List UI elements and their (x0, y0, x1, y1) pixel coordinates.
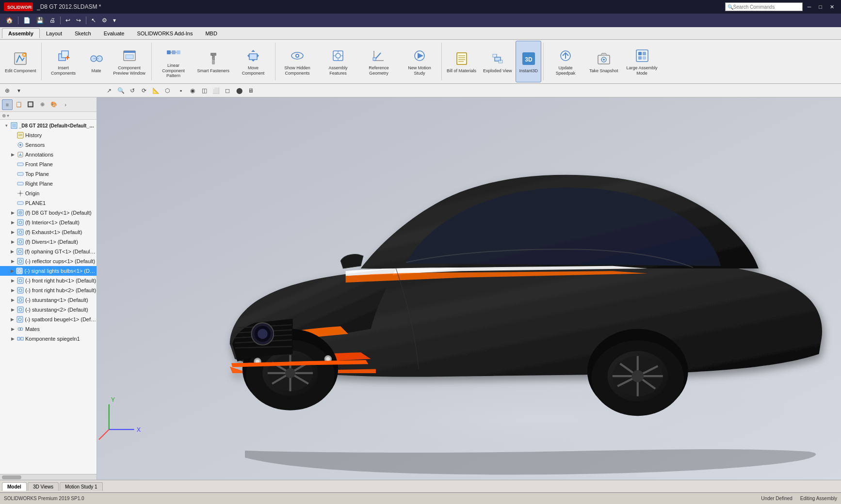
tree-item-spatbord[interactable]: ▶ (-) spatbord beugel<1> (Default) (0, 315, 97, 324)
view-tool-11[interactable]: ◻ (222, 85, 233, 96)
view-tool-13[interactable]: 🖥 (245, 85, 256, 96)
svg-rect-48 (638, 56, 642, 60)
mates-label: Mates (25, 326, 40, 332)
maximize-button[interactable]: □ (816, 3, 825, 11)
collapse-button[interactable]: ▾ (14, 85, 24, 96)
take-snapshot-button[interactable]: Take Snapshot (586, 41, 621, 82)
view-tool-3[interactable]: ↺ (127, 85, 138, 96)
svg-point-22 (296, 55, 298, 57)
tree-item-komponente[interactable]: ▶ Komponente spiegeln1 (0, 334, 97, 344)
more-tab[interactable]: › (60, 99, 71, 110)
update-speedpak-button[interactable]: Update Speedpak (546, 41, 585, 82)
view-tool-12[interactable]: ⬤ (234, 85, 244, 96)
filter-button[interactable]: ⊕ (2, 85, 13, 96)
exploded-view-button[interactable]: Exploded View (480, 41, 515, 82)
bill-of-materials-button[interactable]: Bill of Materials (444, 41, 479, 82)
appearance-tab[interactable]: 🎨 (49, 99, 59, 110)
assembly-features-button[interactable]: Assembly Features (318, 41, 358, 82)
tree-item-front-right-hub2[interactable]: ▶ (-) front right hub<2> (Default) (0, 285, 97, 295)
view-tool-9[interactable]: ◫ (199, 85, 210, 96)
reference-geometry-button[interactable]: Reference Geometry (359, 41, 399, 82)
tree-item-d8-body[interactable]: ▶ (f) D8 GT body<1> (Default) (0, 208, 97, 218)
edit-component-button[interactable]: Edit Component (2, 41, 39, 82)
tree-item-signal-lights[interactable]: ▶ (-) signal lights bulbs<1> (Default... (0, 266, 97, 276)
view-tool-5[interactable]: 📐 (150, 85, 161, 96)
tab-sketch[interactable]: Sketch (68, 28, 97, 38)
print-button[interactable]: 🖨 (48, 16, 57, 25)
tree-item-mates[interactable]: ▶ Mates (0, 324, 97, 334)
tree-item-stuurstang1[interactable]: ▶ (-) stuurstang<1> (Default) (0, 295, 97, 305)
tree-item-annotations[interactable]: ▶ A Annotations (0, 150, 97, 159)
property-tab[interactable]: 📋 (14, 99, 24, 110)
view-tool-10[interactable]: ⬜ (210, 85, 221, 96)
tree-item-sensors[interactable]: Sensors (0, 140, 97, 150)
search-input[interactable] (733, 4, 796, 10)
right-plane-expander (10, 181, 16, 187)
tree-item-reflector-cups[interactable]: ▶ (-) reflector cups<1> (Default) (0, 256, 97, 266)
smart-fasteners-button[interactable]: Smart Fasteners (194, 41, 233, 82)
minimize-button[interactable]: ─ (805, 3, 814, 11)
spatbord-expander: ▶ (10, 316, 15, 322)
component-preview-button[interactable]: Component Preview Window (110, 41, 149, 82)
tree-item-front-right-hub1[interactable]: ▶ (-) front right hub<1> (Default) (0, 276, 97, 285)
svg-point-56 (19, 144, 21, 146)
view-tool-8[interactable]: ◉ (187, 85, 198, 96)
sidebar-horizontal-scroll[interactable] (0, 474, 97, 480)
tree-item-interior[interactable]: ▶ (f) Interior<1> (Default) (0, 218, 97, 227)
tree-item-exhaust[interactable]: ▶ (f) Exhaust<1> (Default) (0, 227, 97, 237)
tab-3d-views[interactable]: 3D Views (28, 482, 59, 491)
view-tool-7[interactable]: ▪ (176, 85, 186, 96)
home-button[interactable]: 🏠 (4, 16, 15, 25)
tree-item-front-plane[interactable]: Front Plane (0, 159, 97, 169)
new-motion-study-button[interactable]: New Motion Study (400, 41, 439, 82)
tab-motion-study-1[interactable]: Motion Study 1 (60, 482, 103, 491)
view-tool-4[interactable]: ⟳ (139, 85, 149, 96)
dm-tab[interactable]: ⊕ (37, 99, 48, 110)
stuurstang1-expander: ▶ (10, 297, 16, 303)
view-tool-6[interactable]: ⬡ (162, 85, 173, 96)
new-file-button[interactable]: 📄 (21, 16, 32, 25)
instant3d-button[interactable]: 3D Instant3D (516, 41, 541, 82)
tab-solidworks-addins[interactable]: SOLIDWORKS Add-Ins (130, 28, 199, 38)
move-component-button[interactable]: Move Component (233, 41, 273, 82)
linear-pattern-button[interactable]: Linear Component Pattern (154, 41, 194, 82)
tree-item-divers[interactable]: ▶ (f) Divers<1> (Default) (0, 237, 97, 247)
view-tool-1[interactable]: ↗ (104, 85, 114, 96)
close-button[interactable]: ✕ (827, 3, 837, 11)
config-tab[interactable]: 🔲 (25, 99, 36, 110)
more-options-button[interactable]: ▾ (111, 16, 118, 25)
mate-button[interactable]: Mate (84, 41, 109, 82)
save-button[interactable]: 💾 (34, 16, 46, 25)
tree-root[interactable]: ▾ _D8 GT 2012 (Default<Default_Display (0, 121, 97, 130)
search-bar[interactable]: 🔍 (725, 2, 803, 11)
undo-button[interactable]: ↩ (64, 16, 72, 25)
insert-components-button[interactable]: Insert Components (44, 41, 83, 82)
tab-layout[interactable]: Layout (40, 28, 68, 38)
tree-item-origin[interactable]: Origin (0, 189, 97, 198)
large-assembly-button[interactable]: Large Assembly Mode (622, 41, 662, 82)
tab-assembly[interactable]: Assembly (2, 28, 40, 38)
tab-mbd[interactable]: MBD (199, 28, 223, 38)
tab-evaluate[interactable]: Evaluate (97, 28, 131, 38)
feature-tree-tab[interactable]: ≡ (2, 99, 13, 110)
tree-item-right-plane[interactable]: Right Plane (0, 179, 97, 189)
tree-item-top-plane[interactable]: Top Plane (0, 169, 97, 179)
tree-item-stuurstang2[interactable]: ▶ (-) stuurstang<2> (Default) (0, 305, 97, 315)
options-button[interactable]: ⚙ (100, 16, 109, 25)
redo-button[interactable]: ↪ (74, 16, 83, 25)
tab-model[interactable]: Model (2, 482, 27, 491)
svg-rect-10 (126, 55, 133, 59)
main-content: ≡ 📋 🔲 ⊕ 🎨 › ⊕ ▾ ▾ _D8 GT 20 (0, 97, 841, 480)
svg-rect-9 (124, 51, 135, 53)
sensors-label: Sensors (25, 142, 45, 148)
front-right-hub2-expander: ▶ (10, 287, 16, 293)
view-tool-2[interactable]: 🔍 (115, 85, 126, 96)
tree-item-ophaning[interactable]: ▶ (f) ophaning GT<1> (Default<Def (0, 247, 97, 256)
select-button[interactable]: ↖ (89, 16, 98, 25)
show-hidden-button[interactable]: Show Hidden Components (277, 41, 317, 82)
viewport[interactable]: X Y Z (97, 97, 841, 480)
tree-item-history[interactable]: History (0, 130, 97, 140)
tree-item-plane1[interactable]: PLANE1 (0, 198, 97, 208)
sep-1 (41, 43, 42, 80)
front-right-hub1-expander: ▶ (10, 278, 16, 284)
